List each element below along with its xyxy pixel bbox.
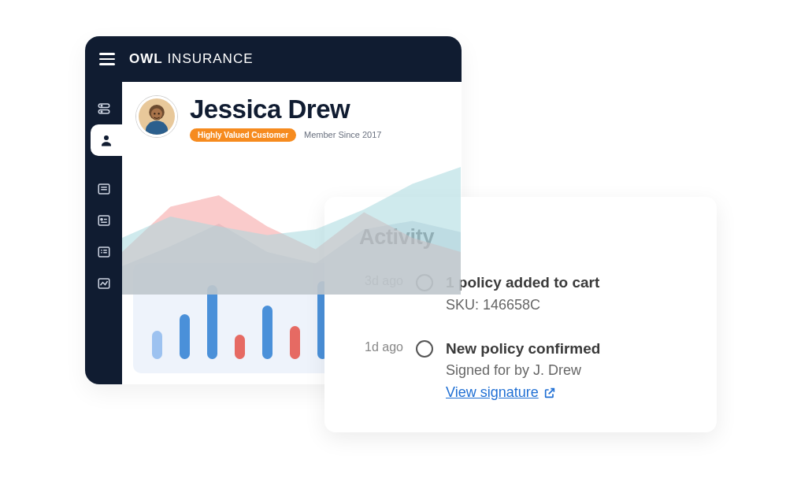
customer-badge: Highly Valued Customer	[190, 128, 296, 142]
profile-name: Jessica Drew	[190, 96, 447, 124]
svg-point-4	[104, 135, 109, 140]
avatar	[136, 96, 177, 137]
bullet-icon	[416, 340, 433, 358]
svg-point-2	[101, 106, 102, 107]
bar	[290, 326, 300, 359]
activity-heading: New policy confirmed	[446, 339, 682, 359]
area-chart	[122, 153, 461, 295]
bar	[207, 285, 217, 359]
svg-point-22	[154, 113, 155, 114]
app-title: OWL INSURANCE	[129, 51, 254, 67]
person-icon	[99, 133, 113, 147]
sidebar-item-checklist[interactable]	[85, 236, 122, 268]
activity-heading: 1 policy added to cart	[446, 273, 682, 293]
sidebar	[85, 82, 122, 384]
titlebar: OWL INSURANCE	[85, 36, 462, 82]
sidebar-item-servers[interactable]	[85, 93, 122, 124]
svg-rect-1	[98, 110, 109, 114]
svg-rect-8	[98, 216, 109, 225]
bar	[235, 335, 245, 359]
sidebar-item-chart[interactable]	[85, 268, 122, 299]
menu-icon[interactable]	[99, 53, 115, 65]
view-signature-link[interactable]: View signature	[446, 384, 556, 401]
bar	[152, 331, 162, 359]
svg-point-20	[151, 108, 162, 119]
bar	[180, 314, 190, 359]
activity-sub: Signed for by J. Drew	[446, 360, 682, 381]
list-icon	[97, 182, 111, 196]
sidebar-item-profile[interactable]	[91, 124, 122, 156]
sidebar-item-form[interactable]	[85, 205, 122, 236]
sidebar-item-list[interactable]	[85, 173, 122, 205]
external-link-icon	[543, 387, 556, 399]
svg-rect-0	[98, 104, 109, 108]
activity-time: 1d ago	[359, 339, 403, 354]
servers-icon	[97, 102, 111, 116]
profile-header: Jessica Drew Highly Valued Customer Memb…	[122, 82, 462, 146]
checklist-icon	[97, 245, 111, 259]
svg-point-23	[158, 113, 160, 114]
svg-point-3	[101, 111, 102, 113]
activity-sub: SKU: 146658C	[446, 295, 682, 316]
bar	[262, 306, 273, 359]
member-since: Member Since 2017	[304, 130, 381, 139]
chart-icon	[97, 276, 111, 291]
activity-item: 1d ago New policy confirmed Signed for b…	[359, 339, 682, 402]
form-icon	[97, 213, 111, 228]
svg-point-9	[100, 218, 102, 220]
